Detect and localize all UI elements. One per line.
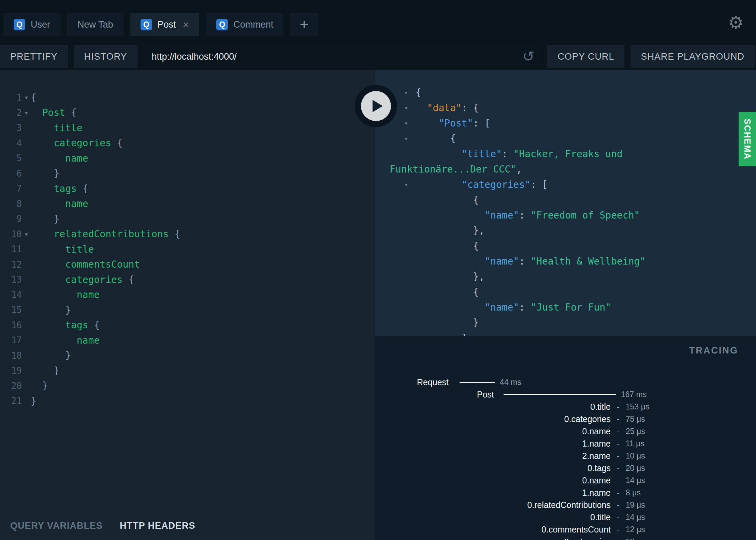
tab-post[interactable]: QPost×: [130, 13, 200, 36]
trace-dash: -: [611, 402, 626, 412]
trace-dash: -: [611, 537, 626, 540]
code-text: }: [31, 365, 59, 376]
collapse-caret-icon[interactable]: ▾: [404, 181, 408, 189]
response-line: {: [416, 192, 751, 208]
line-number: 12: [0, 259, 22, 270]
trace-dash: -: [611, 488, 626, 498]
tab-comment[interactable]: QComment: [206, 13, 284, 36]
trace-row: 0.commentsCount-12 μs: [375, 523, 756, 536]
code-text: }: [31, 380, 48, 391]
editor-line: 3 title: [0, 120, 375, 136]
editor-line: 10▾ relatedContributions {: [0, 227, 375, 242]
query-badge-icon: Q: [14, 19, 25, 30]
line-number: 20: [0, 381, 22, 391]
endpoint-url-input[interactable]: http://localhost:4000/ ↺: [144, 45, 541, 68]
trace-request-duration: 44 ms: [500, 378, 521, 387]
query-editor-panel: 1▾{2▾ Post {3 title4 categories {5 name6…: [0, 70, 375, 540]
prettify-button[interactable]: PRETTIFY: [0, 45, 68, 68]
line-number: 6: [0, 168, 22, 179]
fold-caret-icon[interactable]: ▾: [22, 93, 31, 102]
execute-query-button[interactable]: [355, 85, 397, 127]
reload-schema-icon[interactable]: ↺: [522, 49, 534, 64]
trace-dash: -: [611, 451, 626, 461]
code-text: }: [31, 213, 59, 225]
tab-bar: QUserNew TabQPost×QComment +: [3, 13, 318, 36]
trace-field-label: 0.name: [375, 476, 611, 485]
history-button[interactable]: HISTORY: [74, 45, 137, 68]
trace-dash: -: [611, 525, 626, 535]
tabs-list: QUserNew TabQPost×QComment: [3, 13, 290, 36]
line-gutter: 6: [0, 168, 31, 179]
new-tab-button[interactable]: +: [290, 13, 318, 36]
editor-line: 13 categories {: [0, 272, 375, 287]
line-number: 17: [0, 335, 22, 345]
editor-line: 21 }: [0, 393, 375, 409]
tab-user[interactable]: QUser: [3, 13, 60, 36]
line-gutter: 19: [0, 365, 31, 376]
settings-gear-icon[interactable]: ⚙: [728, 14, 744, 31]
editor-line: 9 }: [0, 211, 375, 227]
trace-dash: -: [611, 426, 626, 436]
editor-line: 1▾{: [0, 90, 375, 105]
trace-duration: 11 μs: [626, 439, 644, 448]
tracing-panel: TRACING Request 44 ms Post 167 ms 0.titl…: [375, 336, 756, 540]
collapse-caret-icon[interactable]: ▾: [404, 119, 408, 127]
code-text: }: [31, 395, 37, 407]
schema-tab[interactable]: SCHEMA: [739, 112, 756, 166]
tab-label: User: [31, 19, 50, 30]
line-gutter: 5: [0, 153, 31, 163]
query-variables-tab[interactable]: QUERY VARIABLES: [10, 521, 103, 531]
trace-duration: 25 μs: [626, 427, 645, 436]
line-gutter: 20: [0, 381, 31, 391]
editor-line: 17 name: [0, 333, 375, 348]
line-number: 4: [0, 138, 22, 148]
trace-field-label: 0.tags: [375, 463, 611, 473]
editor-line: 2▾ Post {: [0, 105, 375, 121]
editor-line: 20 }: [0, 378, 375, 394]
trace-duration: 8 μs: [626, 488, 641, 497]
trace-field-label: 1.name: [375, 439, 611, 449]
editor-line: 12 commentsCount: [0, 257, 375, 272]
query-editor[interactable]: 1▾{2▾ Post {3 title4 categories {5 name6…: [0, 70, 375, 511]
query-badge-icon: Q: [141, 19, 152, 30]
trace-row: 1.name-11 μs: [375, 437, 756, 450]
collapse-caret-icon[interactable]: ▾: [404, 135, 408, 143]
trace-field-label: 0.relatedContributions: [375, 500, 611, 510]
http-headers-tab[interactable]: HTTP HEADERS: [120, 521, 195, 531]
line-gutter: 17: [0, 335, 31, 345]
query-badge-icon: Q: [216, 19, 228, 30]
copy-curl-button[interactable]: COPY CURL: [547, 45, 624, 68]
close-tab-icon[interactable]: ×: [183, 19, 189, 30]
share-playground-button[interactable]: SHARE PLAYGROUND: [630, 45, 755, 68]
editor-line: 8 name: [0, 196, 375, 212]
line-number: 3: [0, 123, 22, 133]
line-gutter: 11: [0, 244, 31, 254]
line-gutter: 16: [0, 320, 31, 330]
line-gutter: 18: [0, 350, 31, 361]
fold-caret-icon[interactable]: ▾: [22, 109, 31, 117]
response-line: "name": "Just For Fun": [416, 300, 751, 315]
trace-rows: 0.title-153 μs0.categories-75 μs0.name-2…: [375, 401, 756, 540]
editor-line: 16 tags {: [0, 318, 375, 333]
graphql-playground: QUserNew TabQPost×QComment + ⚙ PRETTIFY …: [0, 0, 756, 540]
code-text: name: [31, 198, 88, 209]
tab-label: Comment: [233, 19, 273, 30]
play-icon: [361, 91, 391, 121]
trace-duration: 14 μs: [626, 513, 645, 522]
trace-duration: 13 μs: [626, 537, 645, 540]
tab-new-tab[interactable]: New Tab: [67, 13, 123, 36]
trace-duration: 10 μs: [626, 451, 645, 461]
editor-footer: QUERY VARIABLES HTTP HEADERS: [0, 511, 375, 540]
code-text: }: [31, 350, 71, 361]
line-gutter: 8: [0, 199, 31, 209]
response-line: Funktionäre...Der CCC",: [390, 162, 751, 177]
line-gutter: 2▾: [0, 108, 31, 118]
collapse-caret-icon[interactable]: ▾: [404, 104, 408, 112]
code-text: name: [31, 289, 100, 300]
fold-caret-icon[interactable]: ▾: [22, 230, 31, 238]
response-viewer: ▾{▾ "data": {▾ "Post": [▾ { "title": "Ha…: [375, 70, 756, 336]
trace-row: 0.name-14 μs: [375, 474, 756, 486]
trace-row: 0.title-14 μs: [375, 511, 756, 523]
trace-dash: -: [611, 439, 626, 449]
collapse-caret-icon[interactable]: ▾: [404, 89, 408, 97]
